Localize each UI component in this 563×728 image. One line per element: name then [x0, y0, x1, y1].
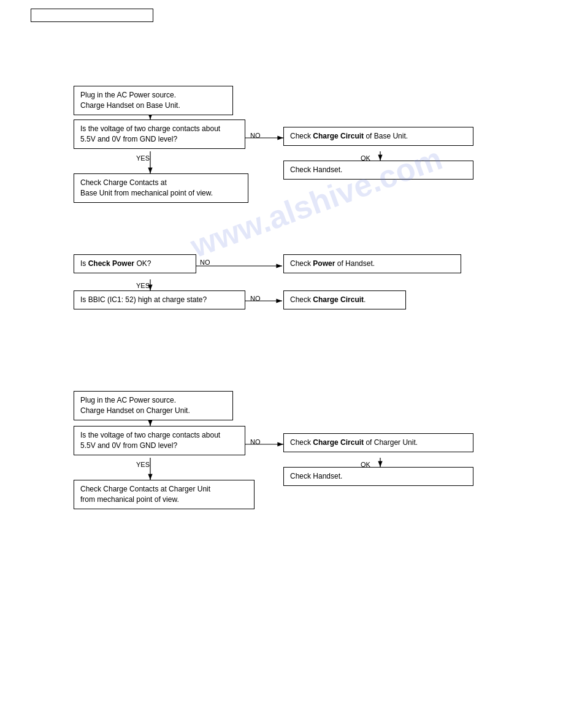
- s2-box1: Is Check Power OK?: [74, 254, 196, 273]
- top-bar: [31, 9, 153, 22]
- s3-box3: Check Charge Contacts at Charger Unit fr…: [74, 480, 255, 509]
- s3-box4: Check Charge Circuit of Charger Unit.: [283, 433, 473, 452]
- s1-yes-label: YES: [136, 154, 150, 162]
- s2-no1-label: NO: [200, 259, 210, 266]
- s2-box4: Check Charge Circuit.: [283, 290, 406, 309]
- s2-no2-label: NO: [250, 295, 261, 302]
- s3-box2: Is the voltage of two charge contacts ab…: [74, 426, 245, 455]
- s2-box3: Check Power of Handset.: [283, 254, 461, 273]
- s1-box5: Check Handset.: [283, 161, 473, 180]
- s3-no-label: NO: [250, 438, 261, 446]
- s1-box3: Check Charge Contacts at Base Unit from …: [74, 173, 248, 203]
- s2-yes-label: YES: [136, 282, 150, 289]
- s2-box2: Is BBIC (IC1: 52) high at charge state?: [74, 290, 245, 309]
- s1-box1: Plug in the AC Power source. Charge Hand…: [74, 86, 233, 115]
- s1-no-label: NO: [250, 132, 261, 139]
- s1-box4: Check Charge Circuit of Base Unit.: [283, 127, 473, 146]
- s1-box2: Is the voltage of two charge contacts ab…: [74, 119, 245, 149]
- s3-box1: Plug in the AC Power source. Charge Hand…: [74, 391, 233, 420]
- s3-yes-label: YES: [136, 461, 150, 468]
- s3-box5: Check Handset.: [283, 467, 473, 486]
